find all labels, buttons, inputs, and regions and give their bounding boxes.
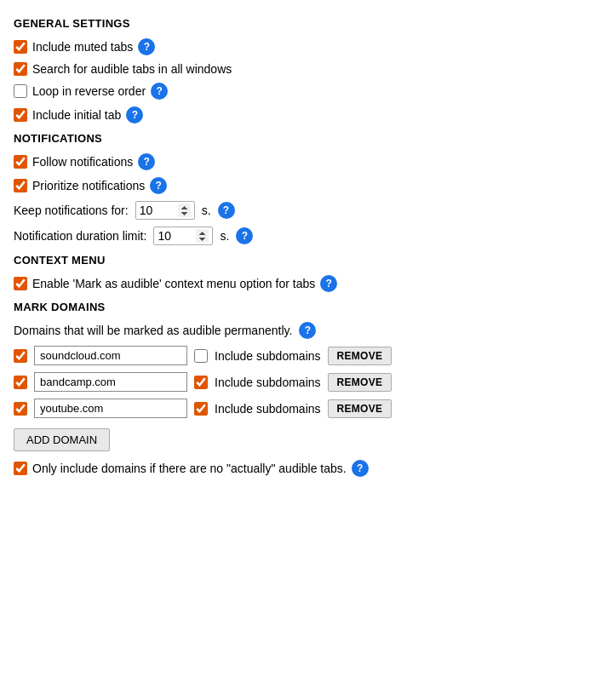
keep-notifications-row: Keep notifications for: s. ? <box>14 201 582 220</box>
prioritize-notif-checkbox[interactable] <box>14 179 27 192</box>
prioritize-notif-row: Prioritize notifications ? <box>14 177 582 194</box>
mark-domains-description-help-icon[interactable]: ? <box>299 322 316 339</box>
loop-reverse-row: Loop in reverse order ? <box>14 83 582 100</box>
domain-1-subdomains-checkbox[interactable] <box>194 349 208 363</box>
only-include-text: Only include domains if there are no "ac… <box>32 462 347 475</box>
loop-reverse-text: Loop in reverse order <box>32 84 146 98</box>
add-domain-button[interactable]: ADD DOMAIN <box>14 428 110 451</box>
domain-row-1: Include subdomains REMOVE <box>14 346 582 365</box>
only-include-help-icon[interactable]: ? <box>352 460 369 477</box>
context-menu-option-label[interactable]: Enable 'Mark as audible' context menu op… <box>14 277 315 290</box>
follow-notif-help-icon[interactable]: ? <box>138 153 155 170</box>
domain-1-input[interactable] <box>34 346 187 365</box>
domain-3-subdomains-label: Include subdomains <box>215 402 321 416</box>
include-muted-text: Include muted tabs <box>32 40 133 54</box>
loop-reverse-help-icon[interactable]: ? <box>151 83 168 100</box>
include-initial-help-icon[interactable]: ? <box>126 106 143 123</box>
duration-limit-help-icon[interactable]: ? <box>236 227 253 244</box>
only-include-checkbox[interactable] <box>14 462 27 475</box>
follow-notif-label[interactable]: Follow notifications <box>14 155 133 169</box>
domain-2-input[interactable] <box>34 372 187 392</box>
follow-notif-checkbox[interactable] <box>14 155 27 169</box>
domain-1-enabled-checkbox[interactable] <box>14 349 27 363</box>
include-initial-text: Include initial tab <box>32 108 121 122</box>
prioritize-notif-help-icon[interactable]: ? <box>150 177 167 194</box>
notifications-title: NOTIFICATIONS <box>14 132 582 145</box>
domain-3-subdomains-checkbox[interactable] <box>194 402 208 416</box>
domain-2-subdomains-label: Include subdomains <box>215 376 321 389</box>
context-menu-option-row: Enable 'Mark as audible' context menu op… <box>14 275 582 292</box>
domain-2-subdomains-checkbox[interactable] <box>194 376 208 389</box>
context-menu-help-icon[interactable]: ? <box>320 275 337 292</box>
mark-domains-section: MARK DOMAINS Domains that will be marked… <box>14 301 582 477</box>
prioritize-notif-text: Prioritize notifications <box>32 179 145 192</box>
domain-row-3: Include subdomains REMOVE <box>14 399 582 418</box>
search-audible-text: Search for audible tabs in all windows <box>32 62 232 76</box>
follow-notif-text: Follow notifications <box>32 155 133 169</box>
only-include-row: Only include domains if there are no "ac… <box>14 460 582 477</box>
search-audible-row: Search for audible tabs in all windows <box>14 62 582 76</box>
domain-2-enabled-checkbox[interactable] <box>14 376 27 389</box>
general-settings-section: GENERAL SETTINGS Include muted tabs ? Se… <box>14 17 582 123</box>
domain-row-2: Include subdomains REMOVE <box>14 372 582 392</box>
only-include-label[interactable]: Only include domains if there are no "ac… <box>14 462 347 475</box>
context-menu-section: CONTEXT MENU Enable 'Mark as audible' co… <box>14 254 582 292</box>
keep-notifications-label: Keep notifications for: <box>14 204 129 217</box>
include-muted-row: Include muted tabs ? <box>14 38 582 55</box>
context-menu-option-text: Enable 'Mark as audible' context menu op… <box>32 277 315 290</box>
mark-domains-description: Domains that will be marked as audible p… <box>14 324 292 337</box>
prioritize-notif-label[interactable]: Prioritize notifications <box>14 179 145 192</box>
domain-3-input[interactable] <box>34 399 187 418</box>
mark-domains-description-row: Domains that will be marked as audible p… <box>14 322 582 339</box>
domain-3-remove-button[interactable]: REMOVE <box>328 399 393 418</box>
keep-notifications-unit: s. <box>202 204 211 217</box>
include-muted-label[interactable]: Include muted tabs <box>14 40 133 54</box>
keep-notifications-input[interactable] <box>135 201 195 220</box>
duration-limit-input[interactable] <box>153 227 213 245</box>
domain-1-remove-button[interactable]: REMOVE <box>328 347 393 365</box>
mark-domains-title: MARK DOMAINS <box>14 301 582 313</box>
duration-limit-unit: s. <box>220 229 229 243</box>
include-initial-checkbox[interactable] <box>14 108 27 122</box>
domain-2-remove-button[interactable]: REMOVE <box>328 373 393 392</box>
search-audible-label[interactable]: Search for audible tabs in all windows <box>14 62 232 76</box>
general-settings-title: GENERAL SETTINGS <box>14 17 582 30</box>
include-initial-row: Include initial tab ? <box>14 106 582 123</box>
notifications-section: NOTIFICATIONS Follow notifications ? Pri… <box>14 132 582 245</box>
include-muted-checkbox[interactable] <box>14 40 27 54</box>
domain-3-enabled-checkbox[interactable] <box>14 402 27 416</box>
search-audible-checkbox[interactable] <box>14 62 27 76</box>
include-muted-help-icon[interactable]: ? <box>138 38 155 55</box>
duration-limit-label: Notification duration limit: <box>14 229 146 243</box>
context-menu-option-checkbox[interactable] <box>14 277 27 290</box>
include-initial-label[interactable]: Include initial tab <box>14 108 121 122</box>
domain-1-subdomains-label: Include subdomains <box>215 349 321 363</box>
keep-notifications-help-icon[interactable]: ? <box>218 202 235 219</box>
duration-limit-row: Notification duration limit: s. ? <box>14 227 582 245</box>
loop-reverse-label[interactable]: Loop in reverse order <box>14 84 146 98</box>
context-menu-title: CONTEXT MENU <box>14 254 582 267</box>
follow-notif-row: Follow notifications ? <box>14 153 582 170</box>
loop-reverse-checkbox[interactable] <box>14 84 27 98</box>
